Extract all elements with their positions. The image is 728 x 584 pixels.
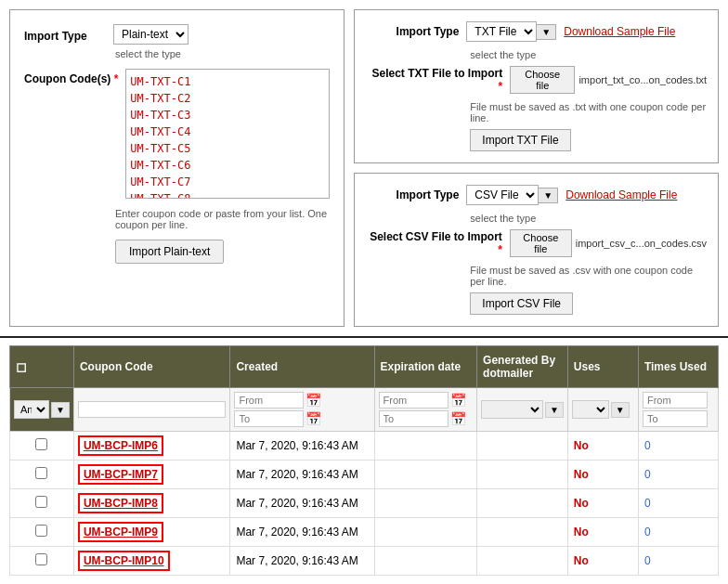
- csv-type-select[interactable]: CSV File: [466, 185, 539, 205]
- import-type-select[interactable]: Plain-text TXT File CSV File: [113, 24, 188, 45]
- row1-coupon-link[interactable]: UM-BCP-IMP6: [80, 437, 162, 454]
- import-type-hint: select the type: [115, 48, 330, 59]
- header-times-used: Times Used: [638, 346, 718, 388]
- row4-expiration: [374, 518, 477, 547]
- row5-uses: No: [567, 547, 638, 576]
- row5-checkbox[interactable]: [35, 553, 47, 565]
- row1-coupon-code: UM-BCP-IMP6: [73, 432, 230, 461]
- row5-coupon-link[interactable]: UM-BCP-IMP10: [80, 552, 168, 569]
- txt-file-group: Choose file import_txt_co...on_codes.txt: [510, 66, 707, 94]
- csv-file-label: Select CSV File to Import: [366, 230, 502, 256]
- row2-coupon-link[interactable]: UM-BCP-IMP7: [80, 466, 162, 483]
- table-row: UM-BCP-IMP9 Mar 7, 2020, 9:16:43 AM No 0: [10, 518, 719, 547]
- row1-expiration: [374, 432, 477, 461]
- header-expiration-date: Expiration date: [374, 346, 477, 388]
- filter-generated-cell: ▼: [477, 388, 568, 432]
- csv-type-select-group: CSV File ▼: [466, 185, 558, 205]
- expiration-to-calendar-icon[interactable]: 📅: [450, 411, 466, 426]
- uses-select[interactable]: [572, 400, 609, 419]
- times-used-filter: [643, 392, 714, 427]
- row4-coupon-link[interactable]: UM-BCP-IMP9: [80, 524, 162, 540]
- row1-times-used: 0: [638, 432, 718, 461]
- generated-by-dropdown-arrow[interactable]: ▼: [545, 402, 564, 418]
- created-to-row: 📅: [234, 410, 370, 427]
- right-import-panel: Import Type TXT File ▼ Download Sample F…: [354, 9, 719, 327]
- row5-generated-by: [477, 547, 568, 576]
- row4-times-used: 0: [638, 518, 718, 547]
- created-to-input[interactable]: [234, 410, 304, 427]
- row4-checkbox-cell: [10, 518, 74, 547]
- csv-type-hint: select the type: [470, 213, 707, 224]
- generated-by-select[interactable]: [481, 400, 543, 419]
- csv-choose-file-btn[interactable]: Choose file: [510, 229, 572, 257]
- row3-coupon-link[interactable]: UM-BCP-IMP8: [80, 495, 162, 512]
- row3-times-used: 0: [638, 489, 718, 518]
- filter-coupon-cell: [73, 388, 230, 432]
- expiration-from-row: 📅: [379, 392, 474, 409]
- created-from-calendar-icon[interactable]: 📅: [306, 393, 321, 408]
- csv-type-dropdown-arrow[interactable]: ▼: [539, 188, 558, 203]
- any-dropdown-arrow[interactable]: ▼: [51, 402, 70, 418]
- row4-uses: No: [567, 518, 638, 547]
- row3-checkbox[interactable]: [35, 496, 47, 508]
- header-generated-by: Generated Bydotmailer: [477, 346, 568, 388]
- row5-checkbox-cell: [10, 547, 74, 576]
- expiration-from-calendar-icon[interactable]: 📅: [450, 393, 466, 408]
- row4-coupon-code: UM-BCP-IMP9: [73, 518, 230, 547]
- row2-times-used: 0: [638, 461, 718, 489]
- csv-file-name: import_csv_c...on_codes.csv: [576, 238, 707, 249]
- header-created: Created: [230, 346, 374, 388]
- filter-created-cell: 📅 📅: [230, 388, 374, 432]
- txt-download-link[interactable]: Download Sample File: [564, 25, 675, 38]
- row3-generated-by: [477, 489, 568, 518]
- txt-choose-file-btn[interactable]: Choose file: [510, 66, 575, 94]
- row1-checkbox[interactable]: [35, 438, 47, 450]
- coupon-table: ◻ Coupon Code Created Expiration date Ge…: [9, 345, 719, 576]
- row1-created: Mar 7, 2020, 9:16:43 AM: [230, 432, 374, 461]
- created-date-filter: 📅 📅: [234, 392, 370, 427]
- row3-created: Mar 7, 2020, 9:16:43 AM: [230, 489, 374, 518]
- csv-download-link[interactable]: Download Sample File: [566, 188, 677, 201]
- textarea-hint: Enter coupon code or paste from your lis…: [115, 208, 330, 230]
- left-import-panel: Import Type Plain-text TXT File CSV File…: [9, 9, 344, 327]
- coupon-code-filter-input[interactable]: [78, 401, 227, 418]
- import-plaintext-button[interactable]: Import Plain-text: [115, 240, 224, 264]
- txt-import-button[interactable]: Import TXT File: [470, 129, 570, 151]
- csv-import-button[interactable]: Import CSV File: [470, 292, 573, 315]
- txt-type-select-group: TXT File ▼: [466, 21, 556, 42]
- expiration-from-input[interactable]: [379, 392, 448, 409]
- any-filter-group: Any ▼: [14, 400, 70, 419]
- times-used-from-input[interactable]: [643, 392, 708, 409]
- expiration-to-input[interactable]: [379, 410, 448, 427]
- txt-file-hint: File must be saved as .txt with one coup…: [470, 101, 707, 123]
- row2-created: Mar 7, 2020, 9:16:43 AM: [230, 461, 374, 489]
- row4-checkbox[interactable]: [35, 525, 47, 537]
- table-row: UM-BCP-IMP8 Mar 7, 2020, 9:16:43 AM No 0: [10, 489, 719, 518]
- row5-created: Mar 7, 2020, 9:16:43 AM: [230, 547, 374, 576]
- row3-coupon-code: UM-BCP-IMP8: [73, 489, 230, 518]
- coupon-codes-textarea[interactable]: UM-TXT-C1 UM-TXT-C2 UM-TXT-C3 UM-TXT-C4 …: [125, 69, 330, 199]
- created-from-row: 📅: [234, 392, 370, 409]
- header-checkbox-cell: ◻: [10, 346, 74, 388]
- created-to-calendar-icon[interactable]: 📅: [306, 411, 321, 426]
- txt-file-label: Select TXT File to Import: [366, 67, 502, 93]
- row1-checkbox-cell: [10, 432, 74, 461]
- row2-checkbox-cell: [10, 461, 74, 489]
- txt-type-dropdown-arrow[interactable]: ▼: [537, 24, 556, 40]
- filter-uses-cell: ▼: [567, 388, 638, 432]
- import-type-label: Import Type: [24, 26, 108, 43]
- expiration-date-filter: 📅 📅: [379, 392, 474, 427]
- txt-type-hint: select the type: [470, 49, 707, 60]
- any-select[interactable]: Any: [14, 400, 49, 419]
- row3-expiration: [374, 489, 477, 518]
- row2-checkbox[interactable]: [35, 467, 47, 479]
- csv-import-type-label: Import Type: [366, 188, 459, 201]
- created-from-input[interactable]: [234, 392, 304, 409]
- uses-dropdown-arrow[interactable]: ▼: [611, 402, 630, 418]
- row3-checkbox-cell: [10, 489, 74, 518]
- txt-import-box: Import Type TXT File ▼ Download Sample F…: [354, 9, 719, 163]
- filter-expiration-cell: 📅 📅: [374, 388, 477, 432]
- row5-times-used: 0: [638, 547, 718, 576]
- txt-type-select[interactable]: TXT File: [466, 21, 537, 42]
- times-used-to-input[interactable]: [643, 410, 708, 427]
